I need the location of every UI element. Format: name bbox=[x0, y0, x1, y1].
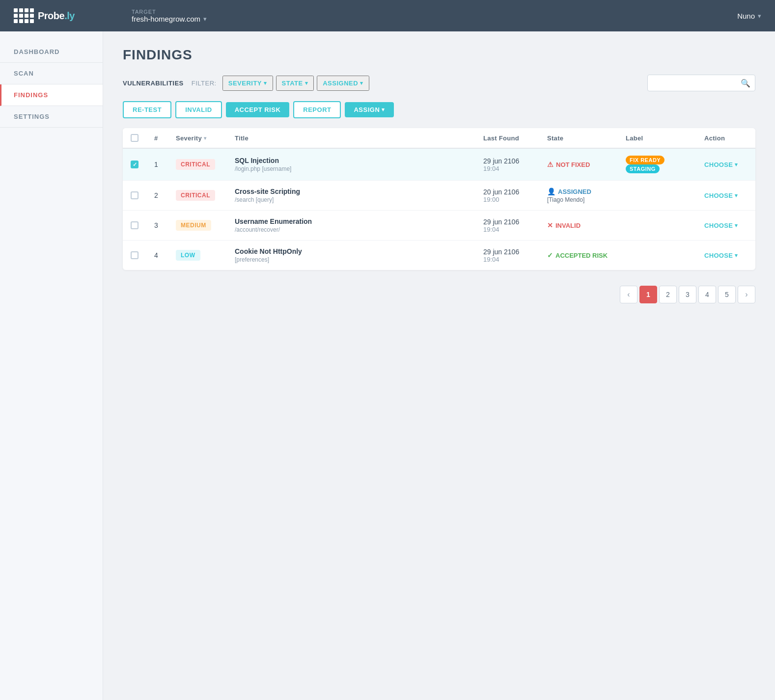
severity-badge: CRITICAL bbox=[176, 190, 215, 201]
th-last-found: Last Found bbox=[475, 128, 539, 148]
th-title: Title bbox=[227, 128, 475, 148]
last-found-time: 19:04 bbox=[483, 226, 531, 233]
row-title: Cross-site Scripting/search [query] bbox=[227, 181, 475, 211]
action-bar: RE-TEST INVALID ACCEPT RISK REPORT ASSIG… bbox=[123, 101, 755, 118]
choose-button[interactable]: CHOOSE bbox=[704, 192, 738, 199]
row-title: SQL Injection/login.php [username] bbox=[227, 148, 475, 181]
last-found-time: 19:04 bbox=[483, 256, 531, 263]
last-found-time: 19:00 bbox=[483, 196, 531, 203]
vuln-path: /login.php [username] bbox=[235, 165, 468, 172]
filter-state[interactable]: STATE bbox=[276, 76, 314, 91]
label-tag: FIX READY bbox=[626, 156, 664, 164]
row-label: FIX READYSTAGING bbox=[618, 148, 696, 181]
pagination-page-2[interactable]: 2 bbox=[659, 286, 677, 303]
pagination-page-5[interactable]: 5 bbox=[718, 286, 736, 303]
row-label bbox=[618, 211, 696, 241]
row-last-found: 29 jun 210619:04 bbox=[475, 241, 539, 270]
row-state: ✕ INVALID bbox=[539, 211, 618, 241]
th-label: Label bbox=[618, 128, 696, 148]
last-found-date: 29 jun 2106 bbox=[483, 248, 531, 256]
row-last-found: 20 jun 210619:00 bbox=[475, 181, 539, 211]
state-icon: ✓ bbox=[547, 251, 553, 259]
state-badge: ⚠ NOT FIXED bbox=[547, 161, 610, 168]
search-input[interactable] bbox=[647, 75, 755, 91]
last-found-date: 20 jun 2106 bbox=[483, 188, 531, 196]
vuln-path: /account/recover/ bbox=[235, 226, 468, 233]
table-row: 4LOWCookie Not HttpOnly[preferences]29 j… bbox=[123, 241, 755, 270]
choose-button[interactable]: CHOOSE bbox=[704, 222, 738, 229]
report-button[interactable]: REPORT bbox=[293, 101, 341, 118]
row-action: CHOOSE bbox=[696, 148, 755, 181]
filter-assigned[interactable]: ASSIGNED bbox=[317, 76, 369, 91]
row-last-found: 29 jun 210619:04 bbox=[475, 211, 539, 241]
filter-label: FILTER: bbox=[192, 80, 217, 87]
row-checkbox[interactable] bbox=[131, 221, 138, 229]
state-icon: 👤 bbox=[547, 188, 555, 195]
vuln-title[interactable]: Cookie Not HttpOnly bbox=[235, 247, 468, 255]
page-title: FINDINGS bbox=[123, 47, 755, 63]
user-menu[interactable]: Nuno bbox=[737, 12, 761, 20]
pagination-page-1[interactable]: 1 bbox=[639, 286, 657, 303]
sidebar-item-findings[interactable]: FINDINGS bbox=[0, 84, 103, 106]
topnav: Probe.ly TARGET fresh-homegrow.com Nuno bbox=[0, 0, 775, 31]
severity-badge: CRITICAL bbox=[176, 159, 215, 170]
row-last-found: 29 jun 210619:04 bbox=[475, 148, 539, 181]
row-number: 2 bbox=[146, 181, 168, 211]
row-checkbox[interactable] bbox=[131, 251, 138, 259]
sidebar-item-settings[interactable]: SETTINGS bbox=[0, 106, 103, 128]
row-number: 3 bbox=[146, 211, 168, 241]
row-checkbox[interactable] bbox=[131, 191, 138, 199]
row-severity: CRITICAL bbox=[168, 181, 227, 211]
row-severity: MEDIUM bbox=[168, 211, 227, 241]
th-action: Action bbox=[696, 128, 755, 148]
vuln-title[interactable]: Cross-site Scripting bbox=[235, 188, 468, 195]
state-badge: ✕ INVALID bbox=[547, 221, 610, 229]
search-wrap: 🔍 bbox=[647, 75, 755, 91]
filter-severity[interactable]: SEVERITY bbox=[222, 76, 273, 91]
state-badge: 👤 ASSIGNED bbox=[547, 188, 610, 195]
target-area: TARGET fresh-homegrow.com bbox=[132, 9, 207, 23]
vuln-title[interactable]: SQL Injection bbox=[235, 157, 468, 164]
accept-risk-button[interactable]: ACCEPT RISK bbox=[226, 102, 290, 117]
th-checkbox bbox=[123, 128, 146, 148]
row-state: 👤 ASSIGNED[Tiago Mendo] bbox=[539, 181, 618, 211]
target-selector[interactable]: fresh-homegrow.com bbox=[132, 15, 207, 23]
row-number: 4 bbox=[146, 241, 168, 270]
row-title: Username Enumeration/account/recover/ bbox=[227, 211, 475, 241]
pagination-next[interactable]: › bbox=[738, 286, 755, 303]
state-icon: ✕ bbox=[547, 221, 553, 229]
row-action: CHOOSE bbox=[696, 241, 755, 270]
th-state: State bbox=[539, 128, 618, 148]
th-num: # bbox=[146, 128, 168, 148]
sidebar-item-scan[interactable]: SCAN bbox=[0, 63, 103, 84]
pagination-page-4[interactable]: 4 bbox=[698, 286, 716, 303]
choose-button[interactable]: CHOOSE bbox=[704, 252, 738, 259]
row-title: Cookie Not HttpOnly[preferences] bbox=[227, 241, 475, 270]
tab-vulnerabilities[interactable]: VULNERABILITIES bbox=[123, 76, 192, 91]
vuln-title[interactable]: Username Enumeration bbox=[235, 217, 468, 225]
row-state: ⚠ NOT FIXED bbox=[539, 148, 618, 181]
retest-button[interactable]: RE-TEST bbox=[123, 101, 171, 118]
state-icon: ⚠ bbox=[547, 161, 554, 168]
vuln-path: [preferences] bbox=[235, 256, 468, 263]
vuln-path: /search [query] bbox=[235, 196, 468, 203]
invalid-button[interactable]: INVALID bbox=[175, 101, 222, 118]
th-severity[interactable]: Severity bbox=[168, 128, 227, 148]
pagination-prev[interactable]: ‹ bbox=[620, 286, 637, 303]
table-row: 1CRITICALSQL Injection/login.php [userna… bbox=[123, 148, 755, 181]
row-action: CHOOSE bbox=[696, 211, 755, 241]
choose-button[interactable]: CHOOSE bbox=[704, 161, 738, 168]
assign-button[interactable]: ASSIGN bbox=[345, 102, 393, 117]
row-checkbox[interactable] bbox=[131, 161, 138, 168]
target-label: TARGET bbox=[132, 9, 207, 15]
pagination-page-3[interactable]: 3 bbox=[679, 286, 696, 303]
logo-dots bbox=[14, 8, 34, 23]
filter-bar: VULNERABILITIES FILTER: SEVERITY STATE A… bbox=[123, 75, 755, 91]
logo: Probe.ly bbox=[14, 8, 112, 23]
last-found-date: 29 jun 2106 bbox=[483, 157, 531, 165]
select-all-checkbox[interactable] bbox=[131, 134, 138, 142]
row-severity: CRITICAL bbox=[168, 148, 227, 181]
row-action: CHOOSE bbox=[696, 181, 755, 211]
sidebar-item-dashboard[interactable]: DASHBOARD bbox=[0, 41, 103, 63]
main-content: FINDINGS VULNERABILITIES FILTER: SEVERIT… bbox=[103, 31, 775, 700]
